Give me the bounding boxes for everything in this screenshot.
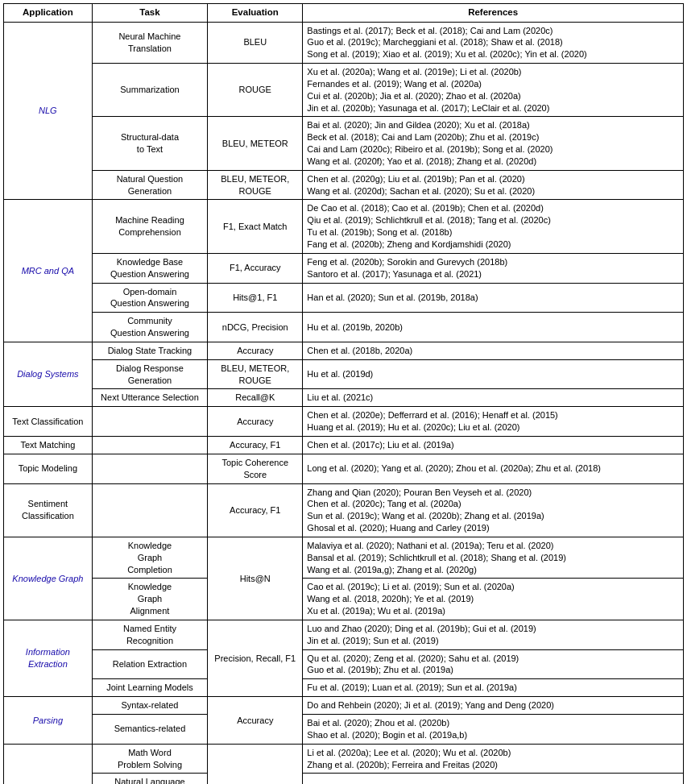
table-row: Text MatchingAccuracy, F1Chen et al. (20… xyxy=(4,436,684,454)
application-cell: Information Extraction xyxy=(4,620,93,696)
references-cell: Hu et al. (2019d) xyxy=(303,359,684,389)
task-cell: KnowledgeGraphAlignment xyxy=(92,579,207,620)
task-cell: Summarization xyxy=(92,64,207,117)
table-row: ParsingSyntax-relatedAccuracyDo and Rehb… xyxy=(4,697,684,715)
references-cell: Fu et al. (2019); Luan et al. (2019); Su… xyxy=(303,679,684,697)
table-row: Knowledge GraphKnowledgeGraphCompletionH… xyxy=(4,537,684,579)
task-cell: Math WordProblem Solving xyxy=(92,744,207,774)
application-cell: Dialog Systems xyxy=(4,342,93,406)
evaluation-cell: Accuracy xyxy=(208,342,303,359)
evaluation-cell: Accuracy xyxy=(208,407,303,437)
table-row: Open-domainQuestion AnsweringHits@1, F1H… xyxy=(4,283,684,313)
task-cell: Joint Learning Models xyxy=(92,679,207,697)
task-cell xyxy=(92,436,207,454)
table-row: CommunityQuestion AnsweringnDCG, Precisi… xyxy=(4,313,684,342)
header-references: References xyxy=(303,4,684,23)
table-row: Sentiment ClassificationAccuracy, F1Zhan… xyxy=(4,483,684,537)
evaluation-cell: BLEU xyxy=(208,22,303,64)
table-row: KnowledgeGraphAlignmentCao et al. (2019c… xyxy=(4,579,684,620)
evaluation-cell: Accuracy, F1 xyxy=(208,436,303,454)
evaluation-cell: BLEU, METEOR xyxy=(208,117,303,170)
references-cell: Luo and Zhao (2020); Ding et al. (2019b)… xyxy=(303,620,684,649)
table-row: NLGNeural MachineTranslationBLEUBastings… xyxy=(4,22,684,64)
table-row: Dialog ResponseGenerationBLEU, METEOR,RO… xyxy=(4,359,684,389)
task-cell: Neural MachineTranslation xyxy=(92,22,207,64)
references-cell: Li et al. (2020a); Lee et al. (2020); Wu… xyxy=(303,744,684,774)
references-cell: Chen et al. (2018b, 2020a) xyxy=(303,342,684,359)
task-cell: Knowledge BaseQuestion Answering xyxy=(92,253,207,283)
header-application: Application xyxy=(4,4,93,23)
references-cell: De Cao et al. (2018); Cao et al. (2019b)… xyxy=(303,200,684,253)
table-row: Joint Learning ModelsFu et al. (2019); L… xyxy=(4,679,684,697)
references-cell: Kapanipathi et al. (2020); Wang et al. (… xyxy=(303,774,684,784)
references-cell: Feng et al. (2020b); Sorokin and Gurevyc… xyxy=(303,253,684,283)
evaluation-cell: Precision, Recall, F1 xyxy=(208,620,303,696)
task-cell: Syntax-related xyxy=(92,697,207,715)
task-cell xyxy=(92,407,207,437)
references-cell: Qu et al. (2020); Zeng et al. (2020); Sa… xyxy=(303,649,684,679)
references-cell: Zhang and Qian (2020); Pouran Ben Veyseh… xyxy=(303,483,684,537)
task-cell: Dialog ResponseGeneration xyxy=(92,359,207,389)
references-cell: Han et al. (2020); Sun et al. (2019b, 20… xyxy=(303,283,684,313)
table-row: MRC and QAMachine ReadingComprehensionF1… xyxy=(4,200,684,253)
evaluation-cell: Accuracy, F1 xyxy=(208,483,303,537)
references-cell: Malaviya et al. (2020); Nathani et al. (… xyxy=(303,537,684,579)
application-cell: Text Matching xyxy=(4,436,93,454)
table-row: ReasoningMath WordProblem SolvingAccurac… xyxy=(4,744,684,774)
table-row: Knowledge BaseQuestion AnsweringF1, Accu… xyxy=(4,253,684,283)
references-cell: Do and Rehbein (2020); Ji et al. (2019);… xyxy=(303,697,684,715)
table-row: Information ExtractionNamed EntityRecogn… xyxy=(4,620,684,649)
application-cell: Text Classification xyxy=(4,407,93,437)
references-cell: Liu et al. (2021c) xyxy=(303,389,684,407)
table-row: Text ClassificationAccuracyChen et al. (… xyxy=(4,407,684,437)
evaluation-cell: BLEU, METEOR,ROUGE xyxy=(208,359,303,389)
table-row: Topic ModelingTopic Coherence ScoreLong … xyxy=(4,454,684,483)
application-cell: Knowledge Graph xyxy=(4,537,93,620)
table-row: Structural-datato TextBLEU, METEORBai et… xyxy=(4,117,684,170)
task-cell: CommunityQuestion Answering xyxy=(92,313,207,342)
task-cell: Structural-datato Text xyxy=(92,117,207,170)
task-cell: Machine ReadingComprehension xyxy=(92,200,207,253)
evaluation-cell: F1, Exact Match xyxy=(208,200,303,253)
task-cell xyxy=(92,454,207,483)
table-row: SummarizationROUGEXu et al. (2020a); Wan… xyxy=(4,64,684,117)
task-cell xyxy=(92,483,207,537)
references-cell: Cao et al. (2019c); Li et al. (2019); Su… xyxy=(303,579,684,620)
application-cell: Reasoning xyxy=(4,744,93,784)
application-cell: Sentiment Classification xyxy=(4,483,93,537)
task-cell: Dialog State Tracking xyxy=(92,342,207,359)
task-cell: Semantics-related xyxy=(92,715,207,745)
task-cell: Open-domainQuestion Answering xyxy=(92,283,207,313)
table-row: Natural LanguageInferenceKapanipathi et … xyxy=(4,774,684,784)
table-row: Dialog SystemsDialog State TrackingAccur… xyxy=(4,342,684,359)
task-cell: KnowledgeGraphCompletion xyxy=(92,537,207,579)
header-evaluation: Evaluation xyxy=(208,4,303,23)
table-row: Natural QuestionGenerationBLEU, METEOR,R… xyxy=(4,170,684,200)
evaluation-cell: Accuracy xyxy=(208,744,303,784)
table-row: Semantics-relatedBai et al. (2020); Zhou… xyxy=(4,715,684,745)
table-container: Application Task Evaluation References N… xyxy=(0,0,687,784)
header-task: Task xyxy=(92,4,207,23)
evaluation-cell: Hits@1, F1 xyxy=(208,283,303,313)
references-cell: Xu et al. (2020a); Wang et al. (2019e); … xyxy=(303,64,684,117)
evaluation-cell: nDCG, Precision xyxy=(208,313,303,342)
references-cell: Chen et al. (2017c); Liu et al. (2019a) xyxy=(303,436,684,454)
references-cell: Hu et al. (2019b, 2020b) xyxy=(303,313,684,342)
evaluation-cell: Recall@K xyxy=(208,389,303,407)
task-cell: Next Utterance Selection xyxy=(92,389,207,407)
evaluation-cell: Hits@N xyxy=(208,537,303,620)
application-cell: Parsing xyxy=(4,697,93,745)
evaluation-cell: BLEU, METEOR,ROUGE xyxy=(208,170,303,200)
references-cell: Bastings et al. (2017); Beck et al. (201… xyxy=(303,22,684,64)
task-cell: Natural QuestionGeneration xyxy=(92,170,207,200)
evaluation-cell: F1, Accuracy xyxy=(208,253,303,283)
application-cell: MRC and QA xyxy=(4,200,93,342)
application-cell: Topic Modeling xyxy=(4,454,93,483)
task-cell: Natural LanguageInference xyxy=(92,774,207,784)
evaluation-cell: Topic Coherence Score xyxy=(208,454,303,483)
task-cell: Named EntityRecognition xyxy=(92,620,207,649)
application-cell: NLG xyxy=(4,22,93,200)
references-cell: Long et al. (2020); Yang et al. (2020); … xyxy=(303,454,684,483)
main-table: Application Task Evaluation References N… xyxy=(3,3,684,784)
references-cell: Chen et al. (2020e); Defferrard et al. (… xyxy=(303,407,684,437)
